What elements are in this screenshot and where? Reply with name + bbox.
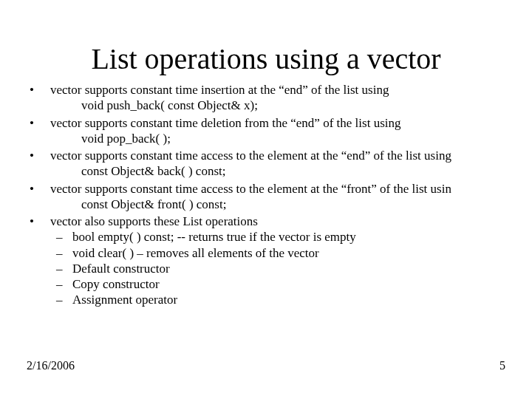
sub-item: bool empty( ) const; -- returns true if …	[50, 229, 507, 245]
sub-item: void clear( ) – removes all elements of …	[50, 245, 507, 261]
slide-title: List operations using a vector	[0, 0, 532, 82]
bullet-indent: const Object& back( ) const;	[50, 163, 507, 179]
bullet-indent: const Object& front( ) const;	[50, 197, 507, 212]
bullet-indent: void push_back( const Object& x);	[50, 98, 507, 113]
bullet-text: vector supports constant time access to …	[50, 149, 451, 163]
bullet-item: vector supports constant time insertion …	[25, 82, 507, 114]
bullet-text: vector also supports these List operatio…	[50, 214, 258, 228]
sub-item: Copy constructor	[50, 276, 507, 292]
slide-content: vector supports constant time insertion …	[0, 82, 532, 308]
sub-item: Assignment operator	[50, 292, 507, 307]
bullet-item: vector also supports these List operatio…	[25, 214, 507, 308]
bullet-text: vector supports constant time insertion …	[50, 83, 389, 97]
bullet-text: vector supports constant time access to …	[50, 182, 451, 196]
sub-item: Default constructor	[50, 261, 507, 276]
sub-list: bool empty( ) const; -- returns true if …	[50, 229, 507, 307]
bullet-item: vector supports constant time deletion f…	[25, 115, 507, 147]
bullet-item: vector supports constant time access to …	[25, 181, 507, 213]
bullet-list: vector supports constant time insertion …	[25, 82, 507, 308]
bullet-item: vector supports constant time access to …	[25, 148, 507, 180]
slide: List operations using a vector vector su…	[0, 0, 532, 399]
footer-date: 2/16/2006	[27, 359, 75, 372]
footer: 2/16/2006 5	[27, 359, 505, 372]
bullet-indent: void pop_back( );	[50, 131, 507, 146]
bullet-text: vector supports constant time deletion f…	[50, 116, 400, 130]
footer-page-number: 5	[499, 359, 505, 372]
